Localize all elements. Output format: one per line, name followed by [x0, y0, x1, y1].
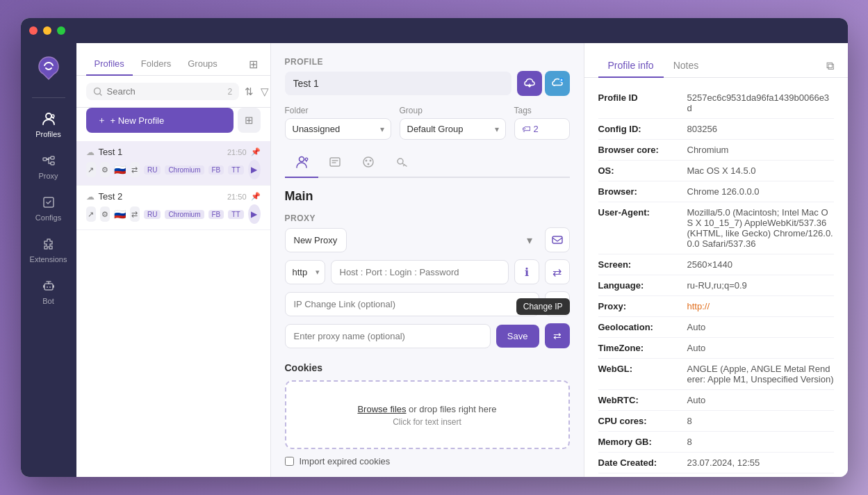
svg-rect-2 [43, 158, 47, 161]
new-profile-button[interactable]: ＋ + New Profile [86, 108, 234, 133]
folder-select[interactable]: Unassigned [285, 118, 391, 140]
main-tab-person[interactable] [285, 149, 318, 178]
tags-count: 2 [534, 124, 539, 134]
main-tabs-row [285, 149, 570, 178]
profile-play-btn-1[interactable]: ▶ [248, 160, 261, 179]
search-input-wrap: 2 [86, 83, 240, 100]
badge-fb-1: FB [208, 165, 224, 175]
proxy-swap-btn[interactable]: ⇄ [545, 259, 570, 284]
proxy-select[interactable]: New Proxy [285, 228, 347, 252]
main-tab-palette[interactable] [352, 149, 385, 178]
info-panel-header: Profile info Notes ⧉ [584, 43, 848, 78]
group-field: Group Default Group [400, 106, 506, 140]
info-row-proxy: Proxy: http:// [598, 296, 834, 317]
group-label: Group [400, 106, 506, 115]
main-layout: Profiles Proxy Configs Extensions [21, 43, 848, 477]
group-select[interactable]: Default Group [400, 118, 506, 140]
browse-files-link[interactable]: Browse files [357, 404, 406, 414]
app-logo [32, 51, 65, 85]
sidebar-bot-label: Bot [42, 297, 54, 305]
sidebar-item-proxy[interactable]: Proxy [25, 147, 72, 186]
profile-play-btn-2[interactable]: ▶ [248, 204, 261, 224]
info-val-profile-id: 5257ec6c9531da96fa1439b0066e3d [687, 92, 834, 113]
folder-select-wrap: Unassigned [285, 118, 391, 140]
info-key-webrtc: WebRTC: [598, 395, 682, 405]
minimize-button[interactable] [43, 26, 51, 35]
proxy-info-btn[interactable]: ℹ [514, 259, 539, 284]
profile-item-2-header: ☁ Test 2 21:50 📌 [86, 191, 261, 202]
info-val-webrtc: Auto [687, 395, 706, 405]
profile-name-input[interactable] [285, 72, 511, 95]
info-row-geolocation: Geolocation: Auto [598, 317, 834, 338]
main-tab-key[interactable] [385, 149, 418, 178]
close-button[interactable] [29, 26, 38, 35]
tab-groups[interactable]: Groups [179, 53, 226, 76]
proxy-input-row: http ℹ ⇄ [285, 259, 570, 284]
sort-btn[interactable]: ⇅ [243, 84, 255, 99]
proxy-email-btn[interactable] [545, 227, 570, 252]
search-input[interactable] [107, 86, 224, 97]
sidebar-proxy-label: Proxy [38, 172, 58, 180]
cloud-icon-1: ☁ [86, 147, 95, 157]
cloud-upload-btn[interactable] [545, 71, 570, 96]
ip-link-input[interactable] [285, 292, 539, 316]
tags-button[interactable]: 🏷 2 [514, 118, 570, 140]
cookies-section: Cookies Browse files or drop files right… [285, 362, 570, 466]
new-profile-menu-btn[interactable]: ⊞ [238, 108, 261, 133]
tags-field: Tags 🏷 2 [514, 106, 570, 140]
sidebar-item-bot[interactable]: Bot [25, 272, 72, 311]
sidebar-item-profiles[interactable]: Profiles [25, 105, 72, 144]
profile-country-1: RU [144, 165, 161, 175]
profile-name-1: Test 1 [99, 147, 223, 157]
profile-time-1: 21:50 [227, 148, 247, 156]
cookies-title: Cookies [285, 362, 570, 373]
filter-btn[interactable]: ▽ [259, 84, 270, 99]
info-row-webrtc: WebRTC: Auto [598, 390, 834, 411]
profile-item-2[interactable]: ☁ Test 2 21:50 📌 ↗ ⚙ 🇷🇺 ⇄ RU Chromium FB… [76, 186, 270, 230]
info-tab-notes[interactable]: Notes [664, 54, 709, 78]
svg-point-0 [46, 113, 51, 119]
svg-rect-21 [552, 236, 562, 243]
profile-flag-1: 🇷🇺 [114, 164, 126, 175]
sidebar-profiles-label: Profiles [35, 130, 61, 138]
change-ip-btn[interactable]: ⇄ [545, 323, 570, 348]
group-select-wrap: Default Group [400, 118, 506, 140]
main-tab-list[interactable] [318, 149, 352, 178]
svg-rect-6 [44, 284, 53, 290]
copy-profile-btn[interactable]: ⧉ [826, 60, 834, 72]
profiles-panel: Profiles Folders Groups ⊞ 2 ⇅ ▽ ＋ [76, 43, 271, 477]
sidebar-item-extensions[interactable]: Extensions [25, 230, 72, 269]
cloud-sync-btn[interactable] [517, 71, 542, 96]
cookies-drop-zone[interactable]: Browse files or drop files right here Cl… [285, 380, 570, 449]
import-expired-checkbox[interactable] [285, 457, 294, 466]
profile-settings-btn-2[interactable]: ⚙ [100, 206, 110, 222]
proxy-name-input[interactable] [285, 324, 491, 348]
cloud-icon-2: ☁ [86, 192, 95, 202]
info-row-cpu: CPU cores: 8 [598, 411, 834, 432]
info-tab-profile[interactable]: Profile info [598, 54, 664, 78]
tags-label: Tags [514, 106, 570, 115]
tab-profiles[interactable]: Profiles [86, 53, 133, 76]
save-proxy-btn[interactable]: Save [496, 325, 539, 348]
profile-row2-2: ↗ ⚙ 🇷🇺 ⇄ RU Chromium FB TT ▶ [86, 204, 261, 224]
protocol-select[interactable]: http [285, 260, 325, 284]
profile-open-btn-2[interactable]: ↗ [86, 206, 96, 222]
fullscreen-button[interactable] [57, 26, 65, 35]
panel-layout-btn[interactable]: ⊞ [246, 55, 261, 74]
profile-open-btn-1[interactable]: ↗ [86, 162, 96, 177]
profile-section-label: Profile [285, 57, 570, 67]
tab-folders[interactable]: Folders [133, 53, 179, 76]
import-expired-row: Import expired cookies [285, 456, 570, 466]
info-val-timezone: Auto [687, 343, 706, 353]
profile-item-1[interactable]: ☁ Test 1 21:50 📌 ↗ ⚙ 🇷🇺 ⇄ RU Chromium FB… [76, 141, 270, 186]
profile-swap-btn-1[interactable]: ⇄ [130, 162, 140, 177]
info-val-browser-core: Chromium [687, 145, 729, 155]
host-port-input[interactable] [331, 260, 509, 284]
profile-swap-btn-2[interactable]: ⇄ [130, 206, 140, 222]
profile-settings-btn-1[interactable]: ⚙ [100, 162, 110, 177]
sidebar-item-configs[interactable]: Configs [25, 188, 72, 227]
main-content: Profile Folder Unassigned [271, 43, 584, 477]
info-row-config-id: Config ID: 803256 [598, 119, 834, 140]
info-row-os: OS: Mac OS X 14.5.0 [598, 161, 834, 181]
info-key-memory: Memory GB: [598, 437, 682, 447]
